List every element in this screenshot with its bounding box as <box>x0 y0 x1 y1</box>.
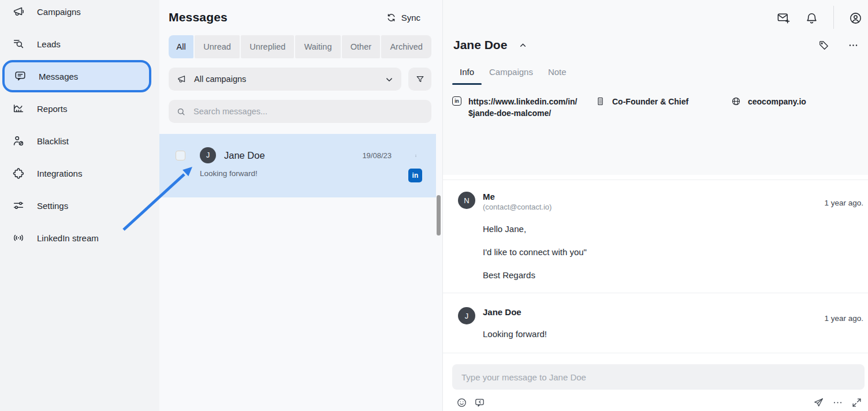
search-input[interactable] <box>192 106 424 117</box>
message-text: Hello Jane, I'd like to connect with you… <box>483 224 851 281</box>
collapse-chevron-up-icon[interactable] <box>518 40 528 50</box>
tab-note[interactable]: Note <box>541 65 574 85</box>
scrollbar-thumb[interactable] <box>437 195 441 236</box>
sidebar-item-label: Reports <box>37 104 68 114</box>
campaign-filter-row: All campaigns <box>169 68 431 91</box>
message-item: J Jane Doe Looking forward! 1 year ago. <box>443 293 868 353</box>
user-block-icon <box>12 134 25 147</box>
composer-more-icon[interactable] <box>832 397 843 408</box>
linkedin-badge-icon: in <box>408 169 422 182</box>
sidebar: Campaigns Leads Messages Reports <box>0 0 159 411</box>
building-icon <box>595 96 605 106</box>
composer-toolbar <box>452 397 865 408</box>
advanced-filter-button[interactable] <box>408 68 431 91</box>
sidebar-nav: Campaigns Leads Messages Reports <box>0 0 159 254</box>
sync-label: Sync <box>401 13 420 23</box>
search-icon <box>176 107 186 117</box>
message-sender: Me <box>483 192 851 201</box>
linkedin-url-link[interactable]: https://www.linkedin.com/in/$jande-doe-m… <box>468 96 579 119</box>
tab-info[interactable]: Info <box>452 65 482 85</box>
emoji-icon[interactable] <box>456 397 467 408</box>
top-toolbar <box>443 0 868 28</box>
chat-panel: Jane Doe Info Campaigns Note in <box>442 0 868 411</box>
funnel-icon <box>415 74 425 84</box>
sidebar-item-campaigns[interactable]: Campaigns <box>0 0 151 28</box>
sidebar-item-label: Integrations <box>37 169 82 178</box>
more-options-icon[interactable] <box>848 40 859 51</box>
broadcast-icon <box>12 231 25 244</box>
chat-header: Jane Doe Info Campaigns Note in <box>443 0 868 175</box>
template-icon[interactable] <box>474 397 485 408</box>
contact-tabs: Info Campaigns Note <box>452 65 868 85</box>
contact-linkedin: in https://www.linkedin.com/in/$jande-do… <box>452 96 595 119</box>
tab-unreplied[interactable]: Unreplied <box>241 35 294 58</box>
notifications-bell-icon[interactable] <box>805 12 818 25</box>
sidebar-item-integrations[interactable]: Integrations <box>0 157 151 189</box>
message-sender-email: (contact@contact.io) <box>483 203 851 211</box>
message-composer <box>443 353 868 408</box>
contact-role-text: Co-Founder & Chief <box>612 96 688 107</box>
conversation-date: 19/08/23 <box>362 151 392 160</box>
tab-campaigns[interactable]: Campaigns <box>482 65 541 85</box>
conversation-checkbox[interactable] <box>176 151 185 160</box>
puzzle-icon <box>12 167 25 180</box>
conversation-list-item[interactable]: J Jane Doe 19/08/23 Looking forward! in <box>159 134 436 197</box>
kebab-menu-icon[interactable] <box>411 149 421 163</box>
sidebar-item-label: LinkedIn stream <box>37 233 99 243</box>
sidebar-item-settings[interactable]: Settings <box>0 189 151 222</box>
message-sender: Jane Doe <box>483 307 851 317</box>
message-timestamp: 1 year ago. <box>824 199 863 207</box>
contact-info-row: in https://www.linkedin.com/in/$jande-do… <box>452 96 859 119</box>
chart-icon <box>12 102 25 115</box>
tab-archived[interactable]: Archived <box>381 35 431 58</box>
compose-mail-icon[interactable] <box>777 12 790 25</box>
tab-all[interactable]: All <box>169 35 193 58</box>
sliders-icon <box>12 199 25 212</box>
megaphone-icon <box>12 5 25 18</box>
sidebar-item-leads[interactable]: Leads <box>0 28 151 60</box>
message-timestamp: 1 year ago. <box>824 314 863 323</box>
sidebar-item-label: Blacklist <box>37 136 69 146</box>
account-icon[interactable] <box>849 12 862 25</box>
campaign-select-value: All campaigns <box>194 74 377 84</box>
tab-other[interactable]: Other <box>342 35 381 58</box>
chat-bubble-icon <box>14 70 27 83</box>
messages-list-panel: Messages Sync All Unread Unreplied Waiti… <box>159 0 442 411</box>
chevron-down-icon <box>384 74 393 84</box>
tag-icon[interactable] <box>818 40 829 51</box>
message-text: Looking forward! <box>483 329 851 339</box>
filter-tabs: All Unread Unreplied Waiting Other Archi… <box>169 35 431 58</box>
sync-button[interactable]: Sync <box>383 12 424 23</box>
message-item: N Me (contact@contact.io) Hello Jane, I'… <box>443 180 868 293</box>
globe-icon <box>731 96 741 106</box>
lead-search-icon <box>12 38 25 50</box>
sidebar-item-linkedin-stream[interactable]: LinkedIn stream <box>0 222 151 254</box>
contact-title-row: Jane Doe <box>453 38 859 52</box>
sidebar-item-reports[interactable]: Reports <box>0 92 151 125</box>
toolbar-divider <box>833 6 834 29</box>
avatar: J <box>200 147 216 163</box>
contact-role: Co-Founder & Chief <box>595 96 731 119</box>
sidebar-item-label: Leads <box>37 39 61 49</box>
website-link[interactable]: ceocompany.io <box>748 96 806 107</box>
app-window: Campaigns Leads Messages Reports <box>0 0 868 411</box>
conversation-preview: Looking forward! <box>200 169 258 178</box>
contact-website: ceocompany.io <box>731 96 806 119</box>
tab-waiting[interactable]: Waiting <box>295 35 340 58</box>
tab-unread[interactable]: Unread <box>195 35 240 58</box>
sidebar-item-messages[interactable]: Messages <box>2 60 151 92</box>
message-input[interactable] <box>452 364 865 390</box>
search-box <box>169 100 431 123</box>
sidebar-item-label: Settings <box>37 201 68 211</box>
sidebar-item-blacklist[interactable]: Blacklist <box>0 125 151 157</box>
expand-icon[interactable] <box>851 397 862 408</box>
conversation-name: Jane Doe <box>224 150 265 161</box>
sync-icon <box>386 13 396 23</box>
avatar: N <box>458 192 475 209</box>
message-thread: N Me (contact@contact.io) Hello Jane, I'… <box>443 180 868 353</box>
megaphone-icon <box>177 74 187 84</box>
linkedin-outline-icon: in <box>452 96 461 106</box>
send-icon[interactable] <box>813 397 824 408</box>
campaign-select[interactable]: All campaigns <box>169 68 401 91</box>
page-title: Messages <box>169 10 228 24</box>
